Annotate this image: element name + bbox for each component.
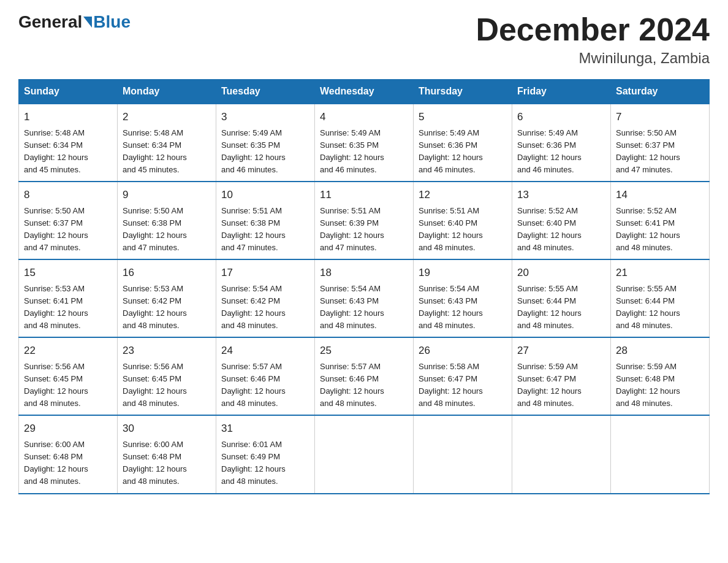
day-number: 11 [320,187,408,203]
day-number: 17 [221,265,309,281]
header-day-thursday: Thursday [414,80,512,104]
calendar-cell: 9Sunrise: 5:50 AMSunset: 6:38 PMDaylight… [118,182,216,259]
header-row: SundayMondayTuesdayWednesdayThursdayFrid… [19,80,710,104]
day-info: Sunrise: 5:50 AMSunset: 6:37 PMDaylight:… [616,127,704,177]
day-info: Sunrise: 5:48 AMSunset: 6:34 PMDaylight:… [24,127,112,177]
day-info: Sunrise: 5:49 AMSunset: 6:36 PMDaylight:… [517,127,605,177]
calendar-cell: 30Sunrise: 6:00 AMSunset: 6:48 PMDayligh… [118,415,216,493]
day-number: 30 [123,421,211,437]
day-info: Sunrise: 5:54 AMSunset: 6:43 PMDaylight:… [320,283,408,332]
header-day-friday: Friday [512,80,611,104]
page-header: General Blue December 2024 Mwinilunga, Z… [18,12,710,67]
calendar-cell: 28Sunrise: 5:59 AMSunset: 6:48 PMDayligh… [611,337,710,415]
calendar-cell: 18Sunrise: 5:54 AMSunset: 6:43 PMDayligh… [315,259,414,337]
day-number: 5 [419,109,507,125]
header-day-saturday: Saturday [611,80,710,104]
day-number: 24 [221,343,309,359]
calendar-cell: 22Sunrise: 5:56 AMSunset: 6:45 PMDayligh… [19,337,118,415]
day-number: 10 [221,187,309,203]
day-number: 3 [221,109,309,125]
day-number: 1 [24,109,112,125]
calendar-cell: 5Sunrise: 5:49 AMSunset: 6:36 PMDaylight… [414,104,512,182]
day-number: 29 [24,421,112,437]
calendar-cell: 26Sunrise: 5:58 AMSunset: 6:47 PMDayligh… [414,337,512,415]
day-info: Sunrise: 5:52 AMSunset: 6:41 PMDaylight:… [616,205,704,255]
day-number: 2 [123,109,211,125]
day-number: 31 [221,421,309,437]
calendar-cell: 31Sunrise: 6:01 AMSunset: 6:49 PMDayligh… [216,415,315,493]
header-day-wednesday: Wednesday [315,80,414,104]
day-number: 16 [123,265,211,281]
day-number: 14 [616,187,704,203]
day-number: 21 [616,265,704,281]
day-info: Sunrise: 5:51 AMSunset: 6:38 PMDaylight:… [221,205,309,255]
day-info: Sunrise: 5:53 AMSunset: 6:41 PMDaylight:… [24,283,112,332]
day-info: Sunrise: 5:53 AMSunset: 6:42 PMDaylight:… [123,283,211,332]
title-block: December 2024 Mwinilunga, Zambia [476,12,710,67]
day-number: 9 [123,187,211,203]
calendar-cell: 4Sunrise: 5:49 AMSunset: 6:35 PMDaylight… [315,104,414,182]
week-row-5: 29Sunrise: 6:00 AMSunset: 6:48 PMDayligh… [19,415,710,493]
week-row-1: 1Sunrise: 5:48 AMSunset: 6:34 PMDaylight… [19,104,710,182]
day-info: Sunrise: 5:56 AMSunset: 6:45 PMDaylight:… [123,361,211,410]
day-number: 7 [616,109,704,125]
day-info: Sunrise: 5:59 AMSunset: 6:48 PMDaylight:… [616,361,704,410]
day-info: Sunrise: 5:48 AMSunset: 6:34 PMDaylight:… [123,127,211,177]
calendar-cell [315,415,414,493]
day-info: Sunrise: 5:51 AMSunset: 6:40 PMDaylight:… [419,205,507,255]
day-info: Sunrise: 5:51 AMSunset: 6:39 PMDaylight:… [320,205,408,255]
calendar-cell: 21Sunrise: 5:55 AMSunset: 6:44 PMDayligh… [611,259,710,337]
header-day-sunday: Sunday [19,80,118,104]
logo: General Blue [18,12,131,32]
day-info: Sunrise: 5:55 AMSunset: 6:44 PMDaylight:… [517,283,605,332]
calendar-cell: 1Sunrise: 5:48 AMSunset: 6:34 PMDaylight… [19,104,118,182]
day-number: 13 [517,187,605,203]
calendar-cell [414,415,512,493]
logo-general-text: General [18,12,82,32]
calendar-cell: 27Sunrise: 5:59 AMSunset: 6:47 PMDayligh… [512,337,611,415]
calendar-cell: 7Sunrise: 5:50 AMSunset: 6:37 PMDaylight… [611,104,710,182]
day-number: 15 [24,265,112,281]
calendar-header: SundayMondayTuesdayWednesdayThursdayFrid… [19,80,710,104]
day-number: 6 [517,109,605,125]
week-row-3: 15Sunrise: 5:53 AMSunset: 6:41 PMDayligh… [19,259,710,337]
day-number: 23 [123,343,211,359]
calendar-cell [512,415,611,493]
day-number: 27 [517,343,605,359]
calendar-body: 1Sunrise: 5:48 AMSunset: 6:34 PMDaylight… [19,104,710,493]
day-info: Sunrise: 5:56 AMSunset: 6:45 PMDaylight:… [24,361,112,410]
day-info: Sunrise: 5:55 AMSunset: 6:44 PMDaylight:… [616,283,704,332]
day-number: 8 [24,187,112,203]
day-info: Sunrise: 6:01 AMSunset: 6:49 PMDaylight:… [221,439,309,488]
day-number: 22 [24,343,112,359]
calendar-cell: 10Sunrise: 5:51 AMSunset: 6:38 PMDayligh… [216,182,315,259]
header-day-monday: Monday [118,80,216,104]
calendar-cell: 25Sunrise: 5:57 AMSunset: 6:46 PMDayligh… [315,337,414,415]
calendar-cell: 24Sunrise: 5:57 AMSunset: 6:46 PMDayligh… [216,337,315,415]
day-info: Sunrise: 5:57 AMSunset: 6:46 PMDaylight:… [221,361,309,410]
header-day-tuesday: Tuesday [216,80,315,104]
day-number: 4 [320,109,408,125]
day-number: 28 [616,343,704,359]
day-info: Sunrise: 5:50 AMSunset: 6:38 PMDaylight:… [123,205,211,255]
day-info: Sunrise: 5:52 AMSunset: 6:40 PMDaylight:… [517,205,605,255]
week-row-4: 22Sunrise: 5:56 AMSunset: 6:45 PMDayligh… [19,337,710,415]
calendar-subtitle: Mwinilunga, Zambia [476,50,710,67]
calendar-cell: 29Sunrise: 6:00 AMSunset: 6:48 PMDayligh… [19,415,118,493]
calendar-cell: 15Sunrise: 5:53 AMSunset: 6:41 PMDayligh… [19,259,118,337]
calendar-cell: 13Sunrise: 5:52 AMSunset: 6:40 PMDayligh… [512,182,611,259]
day-number: 25 [320,343,408,359]
calendar-cell: 2Sunrise: 5:48 AMSunset: 6:34 PMDaylight… [118,104,216,182]
day-info: Sunrise: 5:49 AMSunset: 6:36 PMDaylight:… [419,127,507,177]
day-number: 19 [419,265,507,281]
calendar-cell: 3Sunrise: 5:49 AMSunset: 6:35 PMDaylight… [216,104,315,182]
day-info: Sunrise: 5:54 AMSunset: 6:42 PMDaylight:… [221,283,309,332]
day-number: 26 [419,343,507,359]
calendar-cell: 17Sunrise: 5:54 AMSunset: 6:42 PMDayligh… [216,259,315,337]
calendar-cell: 8Sunrise: 5:50 AMSunset: 6:37 PMDaylight… [19,182,118,259]
calendar-cell: 19Sunrise: 5:54 AMSunset: 6:43 PMDayligh… [414,259,512,337]
day-info: Sunrise: 5:49 AMSunset: 6:35 PMDaylight:… [221,127,309,177]
calendar-cell: 23Sunrise: 5:56 AMSunset: 6:45 PMDayligh… [118,337,216,415]
day-info: Sunrise: 6:00 AMSunset: 6:48 PMDaylight:… [123,439,211,488]
day-info: Sunrise: 5:49 AMSunset: 6:35 PMDaylight:… [320,127,408,177]
